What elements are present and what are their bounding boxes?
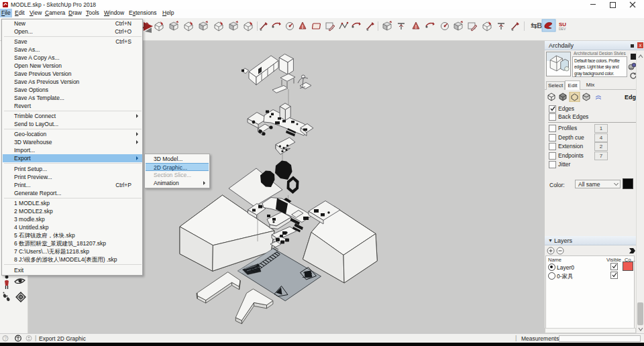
svg-text:?: ? <box>4 336 7 341</box>
svg-text:DEV: DEV <box>559 27 566 31</box>
svg-text:⇆B: ⇆B <box>531 21 542 30</box>
